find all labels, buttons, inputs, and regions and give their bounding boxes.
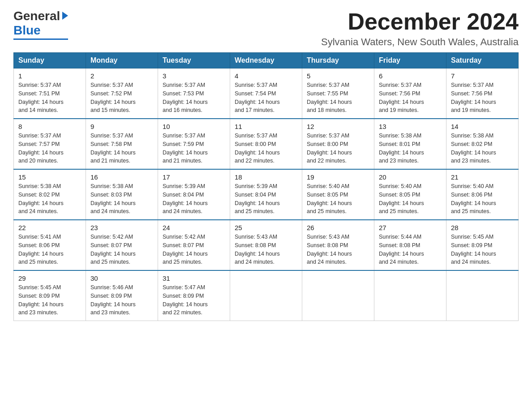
day-info: Sunrise: 5:37 AM Sunset: 7:51 PM Dayligh… [18, 81, 81, 115]
table-row: 30 Sunrise: 5:46 AM Sunset: 8:09 PM Dayl… [86, 270, 158, 321]
day-number: 9 [90, 123, 153, 130]
day-number: 30 [90, 274, 153, 282]
header-sunday: Sunday [14, 53, 86, 68]
day-number: 8 [18, 123, 81, 130]
day-info: Sunrise: 5:37 AM Sunset: 7:56 PM Dayligh… [379, 81, 442, 115]
day-number: 21 [451, 173, 514, 181]
day-number: 16 [90, 173, 153, 181]
day-number: 12 [307, 123, 369, 130]
day-info: Sunrise: 5:40 AM Sunset: 8:05 PM Dayligh… [307, 182, 369, 216]
table-row: 22 Sunrise: 5:41 AM Sunset: 8:06 PM Dayl… [14, 220, 86, 270]
calendar-week-row: 1 Sunrise: 5:37 AM Sunset: 7:51 PM Dayli… [14, 68, 519, 119]
day-info: Sunrise: 5:38 AM Sunset: 8:02 PM Dayligh… [18, 182, 81, 216]
day-info: Sunrise: 5:37 AM Sunset: 7:57 PM Dayligh… [18, 132, 81, 165]
day-info: Sunrise: 5:37 AM Sunset: 7:59 PM Dayligh… [163, 132, 225, 165]
table-row: 26 Sunrise: 5:43 AM Sunset: 8:08 PM Dayl… [302, 220, 374, 270]
day-number: 3 [163, 72, 225, 80]
day-number: 2 [90, 72, 153, 80]
table-row: 17 Sunrise: 5:39 AM Sunset: 8:04 PM Dayl… [158, 169, 230, 220]
table-row: 21 Sunrise: 5:40 AM Sunset: 8:06 PM Dayl… [446, 169, 519, 220]
day-info: Sunrise: 5:45 AM Sunset: 8:09 PM Dayligh… [451, 233, 514, 266]
logo-underline [13, 39, 68, 40]
table-row: 6 Sunrise: 5:37 AM Sunset: 7:56 PM Dayli… [374, 68, 446, 119]
table-row: 18 Sunrise: 5:39 AM Sunset: 8:04 PM Dayl… [230, 169, 302, 220]
day-info: Sunrise: 5:37 AM Sunset: 7:52 PM Dayligh… [90, 81, 153, 115]
header-thursday: Thursday [302, 53, 374, 68]
table-row [446, 270, 519, 321]
table-row [302, 270, 374, 321]
table-row: 13 Sunrise: 5:38 AM Sunset: 8:01 PM Dayl… [374, 119, 446, 169]
calendar-week-row: 22 Sunrise: 5:41 AM Sunset: 8:06 PM Dayl… [14, 220, 519, 270]
day-number: 14 [451, 123, 514, 130]
table-row: 11 Sunrise: 5:37 AM Sunset: 8:00 PM Dayl… [230, 119, 302, 169]
logo: General Blue [13, 9, 68, 40]
day-info: Sunrise: 5:39 AM Sunset: 8:04 PM Dayligh… [163, 182, 225, 216]
day-number: 23 [90, 224, 153, 231]
table-row: 4 Sunrise: 5:37 AM Sunset: 7:54 PM Dayli… [230, 68, 302, 119]
day-info: Sunrise: 5:40 AM Sunset: 8:06 PM Dayligh… [451, 182, 514, 216]
day-info: Sunrise: 5:40 AM Sunset: 8:05 PM Dayligh… [379, 182, 442, 216]
day-number: 25 [235, 224, 297, 231]
day-number: 10 [163, 123, 225, 130]
table-row: 12 Sunrise: 5:37 AM Sunset: 8:00 PM Dayl… [302, 119, 374, 169]
calendar-header-row: Sunday Monday Tuesday Wednesday Thursday… [14, 53, 519, 68]
header-wednesday: Wednesday [230, 53, 302, 68]
table-row: 24 Sunrise: 5:42 AM Sunset: 8:07 PM Dayl… [158, 220, 230, 270]
day-info: Sunrise: 5:46 AM Sunset: 8:09 PM Dayligh… [90, 283, 153, 317]
day-number: 29 [18, 274, 81, 282]
calendar-week-row: 8 Sunrise: 5:37 AM Sunset: 7:57 PM Dayli… [14, 119, 519, 169]
header-tuesday: Tuesday [158, 53, 230, 68]
table-row: 3 Sunrise: 5:37 AM Sunset: 7:53 PM Dayli… [158, 68, 230, 119]
table-row: 28 Sunrise: 5:45 AM Sunset: 8:09 PM Dayl… [446, 220, 519, 270]
day-info: Sunrise: 5:37 AM Sunset: 8:00 PM Dayligh… [307, 132, 369, 165]
header-friday: Friday [374, 53, 446, 68]
day-info: Sunrise: 5:47 AM Sunset: 8:09 PM Dayligh… [163, 283, 225, 317]
table-row: 5 Sunrise: 5:37 AM Sunset: 7:55 PM Dayli… [302, 68, 374, 119]
day-number: 31 [163, 274, 225, 282]
day-info: Sunrise: 5:45 AM Sunset: 8:09 PM Dayligh… [18, 283, 81, 317]
calendar-table: Sunday Monday Tuesday Wednesday Thursday… [13, 52, 519, 321]
day-info: Sunrise: 5:38 AM Sunset: 8:02 PM Dayligh… [451, 132, 514, 165]
day-number: 4 [235, 72, 297, 80]
table-row: 1 Sunrise: 5:37 AM Sunset: 7:51 PM Dayli… [14, 68, 86, 119]
table-row: 2 Sunrise: 5:37 AM Sunset: 7:52 PM Dayli… [86, 68, 158, 119]
day-number: 1 [18, 72, 81, 80]
day-number: 15 [18, 173, 81, 181]
day-info: Sunrise: 5:38 AM Sunset: 8:01 PM Dayligh… [379, 132, 442, 165]
day-info: Sunrise: 5:38 AM Sunset: 8:03 PM Dayligh… [90, 182, 153, 216]
day-info: Sunrise: 5:43 AM Sunset: 8:08 PM Dayligh… [235, 233, 297, 266]
logo-blue-text: Blue [13, 23, 41, 38]
table-row: 14 Sunrise: 5:38 AM Sunset: 8:02 PM Dayl… [446, 119, 519, 169]
header-monday: Monday [86, 53, 158, 68]
table-row: 27 Sunrise: 5:44 AM Sunset: 8:08 PM Dayl… [374, 220, 446, 270]
table-row: 9 Sunrise: 5:37 AM Sunset: 7:58 PM Dayli… [86, 119, 158, 169]
day-number: 19 [307, 173, 369, 181]
location-subtitle: Sylvania Waters, New South Wales, Austra… [321, 36, 519, 48]
day-number: 11 [235, 123, 297, 130]
day-number: 17 [163, 173, 225, 181]
day-info: Sunrise: 5:41 AM Sunset: 8:06 PM Dayligh… [18, 233, 81, 266]
table-row: 23 Sunrise: 5:42 AM Sunset: 8:07 PM Dayl… [86, 220, 158, 270]
day-number: 13 [379, 123, 442, 130]
day-number: 26 [307, 224, 369, 231]
table-row: 29 Sunrise: 5:45 AM Sunset: 8:09 PM Dayl… [14, 270, 86, 321]
day-info: Sunrise: 5:43 AM Sunset: 8:08 PM Dayligh… [307, 233, 369, 266]
day-number: 5 [307, 72, 369, 80]
day-info: Sunrise: 5:42 AM Sunset: 8:07 PM Dayligh… [163, 233, 225, 266]
table-row: 19 Sunrise: 5:40 AM Sunset: 8:05 PM Dayl… [302, 169, 374, 220]
logo-arrow-icon [62, 12, 68, 20]
day-info: Sunrise: 5:37 AM Sunset: 7:56 PM Dayligh… [451, 81, 514, 115]
table-row: 15 Sunrise: 5:38 AM Sunset: 8:02 PM Dayl… [14, 169, 86, 220]
calendar-week-row: 29 Sunrise: 5:45 AM Sunset: 8:09 PM Dayl… [14, 270, 519, 321]
table-row: 8 Sunrise: 5:37 AM Sunset: 7:57 PM Dayli… [14, 119, 86, 169]
day-number: 7 [451, 72, 514, 80]
table-row: 20 Sunrise: 5:40 AM Sunset: 8:05 PM Dayl… [374, 169, 446, 220]
day-number: 24 [163, 224, 225, 231]
header-saturday: Saturday [446, 53, 519, 68]
day-info: Sunrise: 5:39 AM Sunset: 8:04 PM Dayligh… [235, 182, 297, 216]
day-info: Sunrise: 5:37 AM Sunset: 7:55 PM Dayligh… [307, 81, 369, 115]
day-number: 18 [235, 173, 297, 181]
day-info: Sunrise: 5:44 AM Sunset: 8:08 PM Dayligh… [379, 233, 442, 266]
title-area: December 2024 Sylvania Waters, New South… [321, 9, 519, 48]
table-row: 16 Sunrise: 5:38 AM Sunset: 8:03 PM Dayl… [86, 169, 158, 220]
